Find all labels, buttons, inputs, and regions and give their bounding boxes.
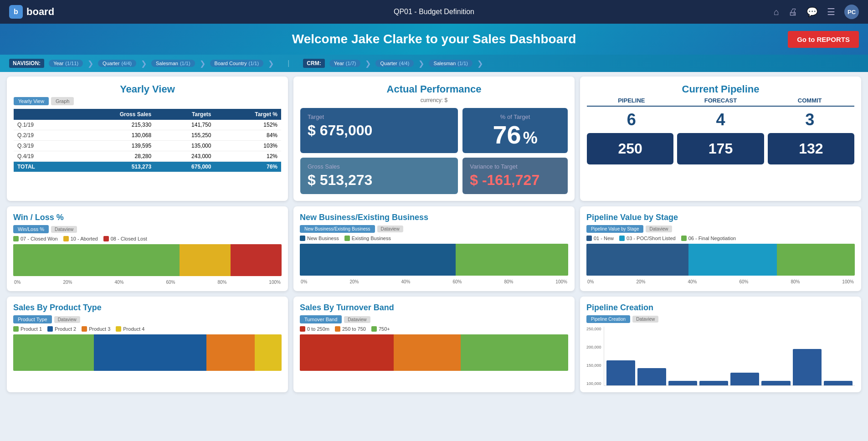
- cp-count-forecast: 4: [676, 110, 765, 129]
- bar-segment: [586, 244, 688, 276]
- legend-color: [371, 326, 377, 332]
- cp-value-forecast: 175: [677, 133, 764, 164]
- welcome-banner: Welcome Jake Clarke to your Sales Dashbo…: [0, 24, 868, 55]
- filter-salesman-crm[interactable]: Salesman (1/1): [429, 60, 473, 67]
- gross-card: Gross Sales $ 513,273: [300, 158, 458, 194]
- legend-color: [63, 236, 69, 241]
- win-loss-legend: 07 - Closed Won10 - Aborted08 - Closed L…: [13, 236, 282, 241]
- new-business-x-axis: 0% 20% 40% 60% 80% 100%: [300, 279, 568, 284]
- legend-color: [82, 326, 87, 332]
- tab-product-dataview[interactable]: Dataview: [54, 316, 80, 323]
- tab-turnover-dataview[interactable]: Dataview: [344, 316, 370, 323]
- bar-segment: [688, 244, 777, 276]
- tab-new-business-dataview[interactable]: Dataview: [377, 226, 403, 232]
- filter-arrow-6: ❯: [418, 59, 424, 68]
- sales-turnover-panel: Sales By Turnover Band Turnover Band Dat…: [293, 297, 575, 392]
- variance-value: $ -161,727: [470, 172, 560, 189]
- tab-win-loss-dataview[interactable]: Dataview: [51, 226, 77, 233]
- bar-segment: [231, 244, 282, 276]
- table-row: Q.4/19 28,280 243,000 12%: [14, 151, 281, 162]
- menu-icon[interactable]: ☰: [827, 6, 835, 17]
- print-icon[interactable]: 🖨: [788, 7, 797, 17]
- win-loss-title: Win / Loss %: [13, 213, 282, 222]
- tab-pipeline-creation[interactable]: Pipeline Creation: [586, 315, 630, 323]
- bar-segment: [13, 244, 180, 276]
- gross-value: $ 513,273: [308, 172, 451, 189]
- bar-segment: [255, 334, 282, 371]
- legend-item: 250 to 750: [335, 326, 366, 332]
- legend-item: 01 - New: [586, 236, 614, 241]
- yearly-view-panel: Yearly View Yearly View Graph Gross Sale…: [7, 77, 288, 201]
- sales-product-tabs: Product Type Dataview: [13, 315, 282, 323]
- legend-color: [13, 326, 19, 332]
- top-icons: ⌂ 🖨 💬 ☰ PC: [774, 5, 859, 19]
- bar-segment: [300, 334, 394, 371]
- total-row: TOTAL 513,273 675,000 76%: [14, 162, 281, 172]
- filter-quarter-crm[interactable]: Quarter (4/4): [375, 60, 414, 67]
- total-pct: 76%: [215, 162, 281, 172]
- cp-value-commit: 132: [768, 133, 854, 164]
- filter-country-navision[interactable]: Board Country (1/1): [210, 60, 264, 67]
- pipeline-value-panel: Pipeline Value by Stage Pipeline Value b…: [580, 206, 861, 291]
- filter-quarter-navision[interactable]: Quarter (4/4): [98, 60, 136, 67]
- crm-label: CRM:: [303, 59, 324, 68]
- legend-item: Product 4: [116, 326, 144, 332]
- filter-arrow-4: ❯: [268, 59, 274, 68]
- legend-color: [681, 236, 687, 241]
- legend-item: Product 1: [13, 326, 42, 332]
- sales-turnover-tabs: Turnover Band Dataview: [300, 315, 568, 323]
- legend-item: 750+: [371, 326, 390, 332]
- bar-segment: [777, 244, 855, 276]
- legend-color: [116, 326, 121, 332]
- page-title: QP01 - Budget Definition: [394, 8, 474, 16]
- yearly-view-title: Yearly View: [14, 83, 281, 95]
- pipeline-creation-tabs: Pipeline Creation Dataview: [586, 315, 855, 323]
- filter-arrow-2: ❯: [141, 59, 147, 68]
- filter-arrow-5: ❯: [365, 59, 371, 68]
- cp-value-pipeline: 250: [587, 133, 673, 164]
- new-business-title: New Business/Existing Business: [300, 213, 568, 222]
- avatar[interactable]: PC: [844, 5, 859, 19]
- home-icon[interactable]: ⌂: [774, 7, 779, 17]
- vchart-bar: [699, 381, 728, 385]
- sales-turnover-title: Sales By Turnover Band: [300, 303, 568, 313]
- legend-color: [619, 236, 625, 241]
- tab-pipeline-creation-dataview[interactable]: Dataview: [632, 316, 658, 323]
- filter-salesman-navision[interactable]: Salesman (1/1): [151, 60, 195, 67]
- go-reports-button[interactable]: Go to REPORTS: [788, 31, 859, 48]
- legend-color: [586, 236, 592, 241]
- tab-yearly-view[interactable]: Yearly View: [14, 97, 49, 105]
- pipeline-value-title: Pipeline Value by Stage: [586, 213, 855, 222]
- bar-segment: [456, 244, 568, 276]
- win-loss-tabs: Win/Loss % Dataview: [13, 225, 282, 233]
- bar-segment: [300, 244, 456, 276]
- legend-item: Existing Business: [344, 236, 391, 241]
- tab-graph[interactable]: Graph: [51, 97, 74, 105]
- yearly-view-table: Gross Sales Targets Target % Q.1/19 215,…: [14, 109, 281, 172]
- tab-product-type[interactable]: Product Type: [13, 315, 52, 323]
- col-target-pct: Target %: [215, 109, 281, 120]
- filter-year-navision[interactable]: Year (1/11): [49, 60, 83, 67]
- legend-item: 10 - Aborted: [63, 236, 98, 241]
- tab-turnover-band[interactable]: Turnover Band: [300, 315, 342, 323]
- legend-item: Product 2: [47, 326, 76, 332]
- pipeline-y-labels: 250,000 200,000 150,000 100,000: [586, 327, 604, 386]
- cp-col-forecast: FORECAST: [676, 97, 765, 107]
- chat-icon[interactable]: 💬: [806, 6, 818, 17]
- legend-item: New Business: [300, 236, 339, 241]
- pct-card: % of Target 76 %: [462, 108, 568, 153]
- tab-new-business[interactable]: New Business/Existing Business: [300, 225, 375, 233]
- sales-product-bar: [13, 334, 282, 371]
- top-bar: b board QP01 - Budget Definition ⌂ 🖨 💬 ☰…: [0, 0, 868, 24]
- win-loss-panel: Win / Loss % Win/Loss % Dataview 07 - Cl…: [7, 206, 288, 291]
- tab-pipeline-value-dataview[interactable]: Dataview: [646, 226, 672, 232]
- bar-segment: [180, 244, 231, 276]
- tab-win-loss[interactable]: Win/Loss %: [13, 225, 49, 233]
- filter-year-crm[interactable]: Year (1/7): [329, 60, 361, 67]
- legend-color: [344, 236, 350, 241]
- filter-arrow-1: ❯: [87, 59, 93, 68]
- vchart-bar: [761, 381, 790, 385]
- legend-item: 06 - Final Negotiation: [681, 236, 736, 241]
- tab-pipeline-value[interactable]: Pipeline Value by Stage: [586, 225, 643, 233]
- board-logo-text: board: [26, 6, 54, 18]
